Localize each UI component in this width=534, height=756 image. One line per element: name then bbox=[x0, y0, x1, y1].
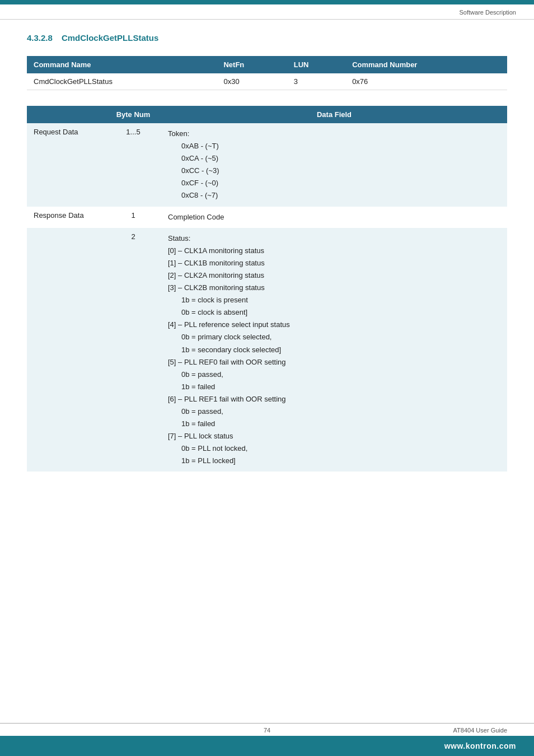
cmd-table-row: CmdClockGetPLLStatus 0x30 3 0x76 bbox=[27, 73, 507, 90]
data-table-row: 2Status:[0] – CLK1A monitoring status[1]… bbox=[27, 228, 507, 472]
data-header-datafield: Data Field bbox=[161, 106, 507, 123]
cmd-header-lun: LUN bbox=[287, 56, 345, 73]
footer-doc: AT8404 User Guide bbox=[453, 727, 507, 734]
footer: 74 AT8404 User Guide bbox=[0, 723, 534, 734]
cmd-header-number: Command Number bbox=[345, 56, 507, 73]
cmd-row-lun: 3 bbox=[287, 73, 345, 90]
row-label: Response Data bbox=[27, 207, 105, 228]
bottom-bar-url: www.kontron.com bbox=[444, 741, 516, 750]
row-datafield: Completion Code bbox=[161, 207, 507, 228]
data-table-row: Response Data1Completion Code bbox=[27, 207, 507, 228]
row-datafield: Status:[0] – CLK1A monitoring status[1] … bbox=[161, 228, 507, 472]
section-title: CmdClockGetPLLStatus bbox=[62, 33, 158, 43]
cmd-header-netfn: NetFn bbox=[217, 56, 287, 73]
row-label bbox=[27, 228, 105, 472]
cmd-row-netfn: 0x30 bbox=[217, 73, 287, 90]
cmd-row-name: CmdClockGetPLLStatus bbox=[27, 73, 217, 90]
command-table: Command Name NetFn LUN Command Number Cm… bbox=[27, 56, 507, 90]
row-label: Request Data bbox=[27, 123, 105, 207]
section-heading: 4.3.2.8 CmdClockGetPLLStatus bbox=[27, 33, 507, 43]
cmd-header-name: Command Name bbox=[27, 56, 217, 73]
row-bytenum: 1 bbox=[105, 207, 161, 228]
data-table-header-row: Byte Num Data Field bbox=[27, 106, 507, 123]
data-table-row: Request Data1...5Token:0xAB - (~T)0xCA -… bbox=[27, 123, 507, 207]
row-datafield: Token:0xAB - (~T)0xCA - (~5)0xCC - (~3)0… bbox=[161, 123, 507, 207]
top-bar bbox=[0, 0, 534, 4]
row-bytenum: 1...5 bbox=[105, 123, 161, 207]
page-number: 74 bbox=[264, 727, 270, 734]
row-bytenum: 2 bbox=[105, 228, 161, 472]
section-number: 4.3.2.8 bbox=[27, 33, 53, 43]
bottom-bar: www.kontron.com bbox=[0, 736, 534, 756]
data-table: Byte Num Data Field Request Data1...5Tok… bbox=[27, 106, 507, 472]
data-header-bytenum: Byte Num bbox=[105, 106, 161, 123]
header-title: Software Description bbox=[460, 9, 517, 16]
cmd-row-number: 0x76 bbox=[345, 73, 507, 90]
data-header-label bbox=[27, 106, 105, 123]
header-bar: Software Description bbox=[0, 4, 534, 20]
content: 4.3.2.8 CmdClockGetPLLStatus Command Nam… bbox=[0, 20, 534, 516]
cmd-table-header-row: Command Name NetFn LUN Command Number bbox=[27, 56, 507, 73]
